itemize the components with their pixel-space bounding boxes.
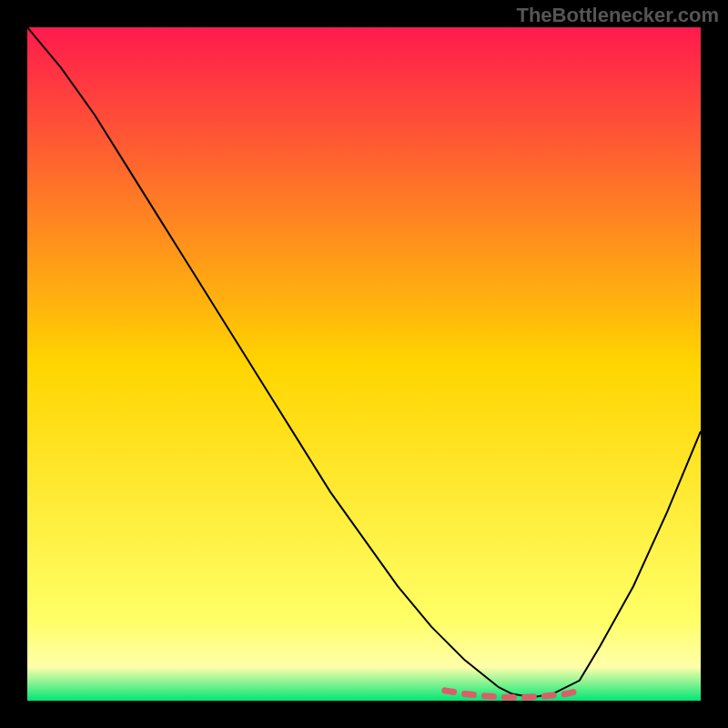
chart-container	[27, 27, 701, 701]
watermark-text: TheBottlenecker.com	[516, 4, 719, 27]
chart-background	[27, 27, 701, 701]
chart-svg	[27, 27, 701, 701]
